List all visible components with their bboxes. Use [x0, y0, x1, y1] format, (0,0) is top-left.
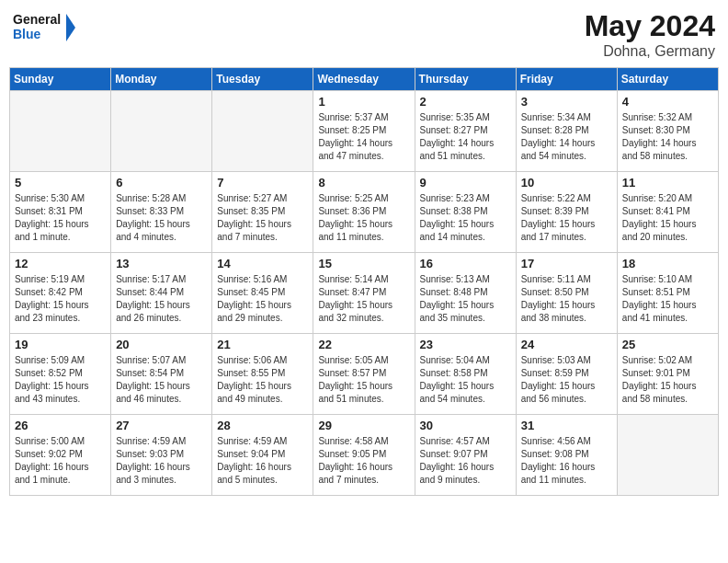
day-info: Sunrise: 5:17 AMSunset: 8:44 PMDaylight:…	[116, 273, 207, 325]
calendar-cell: 23Sunrise: 5:04 AMSunset: 8:58 PMDayligh…	[415, 334, 516, 415]
calendar-cell: 26Sunrise: 5:00 AMSunset: 9:02 PMDayligh…	[10, 415, 111, 496]
calendar-cell: 31Sunrise: 4:56 AMSunset: 9:08 PMDayligh…	[516, 415, 617, 496]
svg-text:Blue: Blue	[13, 27, 41, 41]
day-number: 2	[420, 95, 511, 109]
calendar-cell: 5Sunrise: 5:30 AMSunset: 8:31 PMDaylight…	[10, 172, 111, 253]
title-block: May 2024 Dohna, Germany	[585, 9, 715, 60]
calendar-cell: 20Sunrise: 5:07 AMSunset: 8:54 PMDayligh…	[111, 334, 212, 415]
day-info: Sunrise: 5:32 AMSunset: 8:30 PMDaylight:…	[622, 111, 713, 163]
day-info: Sunrise: 5:03 AMSunset: 8:59 PMDaylight:…	[521, 354, 612, 406]
day-number: 1	[318, 95, 409, 109]
calendar-cell: 3Sunrise: 5:34 AMSunset: 8:28 PMDaylight…	[516, 91, 617, 172]
day-info: Sunrise: 5:00 AMSunset: 9:02 PMDaylight:…	[15, 435, 106, 487]
calendar-cell: 14Sunrise: 5:16 AMSunset: 8:45 PMDayligh…	[212, 253, 313, 334]
day-number: 18	[622, 257, 713, 270]
calendar-cell: 8Sunrise: 5:25 AMSunset: 8:36 PMDaylight…	[313, 172, 415, 253]
weekday-header-tuesday: Tuesday	[212, 68, 313, 91]
day-number: 10	[521, 176, 612, 190]
day-info: Sunrise: 5:35 AMSunset: 8:27 PMDaylight:…	[420, 111, 511, 163]
day-number: 23	[420, 338, 511, 351]
day-info: Sunrise: 5:22 AMSunset: 8:39 PMDaylight:…	[521, 192, 612, 244]
calendar-cell: 22Sunrise: 5:05 AMSunset: 8:57 PMDayligh…	[313, 334, 415, 415]
calendar-week-3: 12Sunrise: 5:19 AMSunset: 8:42 PMDayligh…	[10, 253, 719, 334]
calendar-cell: 18Sunrise: 5:10 AMSunset: 8:51 PMDayligh…	[617, 253, 718, 334]
weekday-header-saturday: Saturday	[617, 68, 718, 91]
calendar-cell: 28Sunrise: 4:59 AMSunset: 9:04 PMDayligh…	[212, 415, 313, 496]
location-subtitle: Dohna, Germany	[585, 43, 715, 60]
calendar-cell: 1Sunrise: 5:37 AMSunset: 8:25 PMDaylight…	[313, 91, 415, 172]
calendar-cell: 16Sunrise: 5:13 AMSunset: 8:48 PMDayligh…	[415, 253, 516, 334]
day-info: Sunrise: 4:59 AMSunset: 9:03 PMDaylight:…	[116, 435, 207, 487]
day-info: Sunrise: 5:05 AMSunset: 8:57 PMDaylight:…	[318, 354, 409, 406]
calendar-cell: 29Sunrise: 4:58 AMSunset: 9:05 PMDayligh…	[313, 415, 415, 496]
calendar-cell: 15Sunrise: 5:14 AMSunset: 8:47 PMDayligh…	[313, 253, 415, 334]
calendar-cell: 2Sunrise: 5:35 AMSunset: 8:27 PMDaylight…	[415, 91, 516, 172]
day-info: Sunrise: 5:20 AMSunset: 8:41 PMDaylight:…	[622, 192, 713, 244]
day-number: 24	[521, 338, 612, 351]
weekday-header-sunday: Sunday	[10, 68, 111, 91]
weekday-header-monday: Monday	[111, 68, 212, 91]
calendar-cell: 9Sunrise: 5:23 AMSunset: 8:38 PMDaylight…	[415, 172, 516, 253]
day-info: Sunrise: 4:58 AMSunset: 9:05 PMDaylight:…	[318, 435, 409, 487]
day-info: Sunrise: 5:02 AMSunset: 9:01 PMDaylight:…	[622, 354, 713, 406]
svg-text:General: General	[13, 12, 61, 27]
calendar-cell	[111, 91, 212, 172]
calendar-table: SundayMondayTuesdayWednesdayThursdayFrid…	[9, 67, 719, 496]
day-number: 12	[15, 257, 106, 270]
calendar-cell	[212, 91, 313, 172]
calendar-cell: 24Sunrise: 5:03 AMSunset: 8:59 PMDayligh…	[516, 334, 617, 415]
day-number: 26	[15, 419, 106, 432]
day-number: 4	[622, 95, 713, 109]
day-number: 9	[420, 176, 511, 190]
day-info: Sunrise: 5:14 AMSunset: 8:47 PMDaylight:…	[318, 273, 409, 325]
day-number: 20	[116, 338, 207, 351]
calendar-week-5: 26Sunrise: 5:00 AMSunset: 9:02 PMDayligh…	[10, 415, 719, 496]
logo: General Blue	[13, 9, 77, 46]
day-number: 29	[318, 419, 409, 432]
calendar-cell: 19Sunrise: 5:09 AMSunset: 8:52 PMDayligh…	[10, 334, 111, 415]
day-info: Sunrise: 5:16 AMSunset: 8:45 PMDaylight:…	[217, 273, 308, 325]
svg-marker-2	[66, 14, 75, 41]
calendar-week-4: 19Sunrise: 5:09 AMSunset: 8:52 PMDayligh…	[10, 334, 719, 415]
day-number: 21	[217, 338, 308, 351]
calendar-cell	[10, 91, 111, 172]
day-number: 7	[217, 176, 308, 190]
day-number: 6	[116, 176, 207, 190]
month-title: May 2024	[585, 9, 715, 43]
day-number: 13	[116, 257, 207, 270]
day-info: Sunrise: 5:11 AMSunset: 8:50 PMDaylight:…	[521, 273, 612, 325]
day-info: Sunrise: 4:57 AMSunset: 9:07 PMDaylight:…	[420, 435, 511, 487]
page-header: General Blue May 2024 Dohna, Germany	[9, 9, 719, 60]
day-number: 30	[420, 419, 511, 432]
day-info: Sunrise: 5:23 AMSunset: 8:38 PMDaylight:…	[420, 192, 511, 244]
day-number: 11	[622, 176, 713, 190]
day-number: 22	[318, 338, 409, 351]
day-number: 27	[116, 419, 207, 432]
day-number: 16	[420, 257, 511, 270]
day-info: Sunrise: 4:59 AMSunset: 9:04 PMDaylight:…	[217, 435, 308, 487]
day-info: Sunrise: 5:04 AMSunset: 8:58 PMDaylight:…	[420, 354, 511, 406]
calendar-week-2: 5Sunrise: 5:30 AMSunset: 8:31 PMDaylight…	[10, 172, 719, 253]
calendar-cell: 27Sunrise: 4:59 AMSunset: 9:03 PMDayligh…	[111, 415, 212, 496]
day-number: 3	[521, 95, 612, 109]
day-info: Sunrise: 5:19 AMSunset: 8:42 PMDaylight:…	[15, 273, 106, 325]
day-info: Sunrise: 5:25 AMSunset: 8:36 PMDaylight:…	[318, 192, 409, 244]
day-info: Sunrise: 5:30 AMSunset: 8:31 PMDaylight:…	[15, 192, 106, 244]
day-info: Sunrise: 5:28 AMSunset: 8:33 PMDaylight:…	[116, 192, 207, 244]
day-number: 5	[15, 176, 106, 190]
calendar-cell: 12Sunrise: 5:19 AMSunset: 8:42 PMDayligh…	[10, 253, 111, 334]
day-info: Sunrise: 5:34 AMSunset: 8:28 PMDaylight:…	[521, 111, 612, 163]
day-number: 17	[521, 257, 612, 270]
day-number: 28	[217, 419, 308, 432]
calendar-cell: 7Sunrise: 5:27 AMSunset: 8:35 PMDaylight…	[212, 172, 313, 253]
calendar-cell: 30Sunrise: 4:57 AMSunset: 9:07 PMDayligh…	[415, 415, 516, 496]
calendar-cell: 13Sunrise: 5:17 AMSunset: 8:44 PMDayligh…	[111, 253, 212, 334]
weekday-header-friday: Friday	[516, 68, 617, 91]
day-info: Sunrise: 5:06 AMSunset: 8:55 PMDaylight:…	[217, 354, 308, 406]
day-number: 14	[217, 257, 308, 270]
calendar-cell: 4Sunrise: 5:32 AMSunset: 8:30 PMDaylight…	[617, 91, 718, 172]
weekday-header-wednesday: Wednesday	[313, 68, 415, 91]
day-info: Sunrise: 5:10 AMSunset: 8:51 PMDaylight:…	[622, 273, 713, 325]
day-info: Sunrise: 5:27 AMSunset: 8:35 PMDaylight:…	[217, 192, 308, 244]
weekday-header-thursday: Thursday	[415, 68, 516, 91]
